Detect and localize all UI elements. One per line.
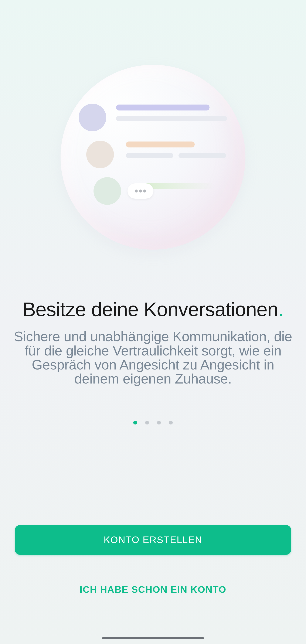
typing-indicator-icon <box>128 183 154 199</box>
title-accent-dot: . <box>278 298 284 320</box>
home-indicator-bar[interactable] <box>102 637 204 639</box>
avatar-icon <box>78 104 106 131</box>
create-account-button[interactable]: KONTO ERSTELLEN <box>15 525 291 555</box>
onboarding-illustration <box>58 62 248 253</box>
page-indicator-1[interactable] <box>133 421 137 424</box>
title-text: Besitze deine Konversationen <box>22 298 278 320</box>
text-line-placeholder <box>178 153 226 158</box>
onboarding-subtitle: Sichere und unabhängige Kommunikation, d… <box>8 330 298 386</box>
avatar-icon <box>94 177 121 205</box>
dot-icon <box>143 190 146 192</box>
existing-account-button[interactable]: ICH HABE SCHON EIN KONTO <box>80 584 226 595</box>
page-indicator-4[interactable] <box>169 421 173 424</box>
chat-row-1 <box>78 104 228 131</box>
avatar-icon <box>86 141 114 168</box>
dot-icon <box>139 190 142 192</box>
dot-icon <box>135 190 138 192</box>
onboarding-content: Besitze deine Konversationen. Sichere un… <box>8 298 298 424</box>
action-buttons: KONTO ERSTELLEN ICH HABE SCHON EIN KONTO <box>15 525 291 595</box>
page-indicator-3[interactable] <box>157 421 161 424</box>
chat-row-2 <box>78 141 228 168</box>
chat-row-3 <box>78 177 228 205</box>
onboarding-title: Besitze deine Konversationen. <box>8 298 298 320</box>
text-line-placeholder <box>116 104 210 110</box>
chat-preview-mock <box>78 104 228 211</box>
text-line-placeholder <box>116 116 227 121</box>
text-line-placeholder <box>126 142 195 148</box>
page-indicator-2[interactable] <box>145 421 149 424</box>
text-line-placeholder <box>126 153 174 158</box>
bubble-background <box>60 65 246 250</box>
pagination-dots <box>8 421 298 424</box>
